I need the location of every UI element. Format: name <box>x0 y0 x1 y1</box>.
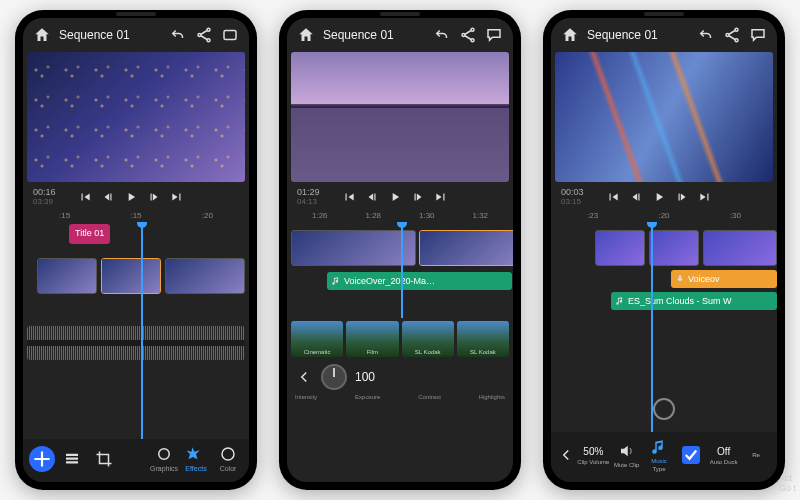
video-preview[interactable] <box>291 52 509 182</box>
auto-duck[interactable]: OffAuto Duck <box>709 446 739 465</box>
skip-start-icon[interactable] <box>78 190 92 204</box>
ruler-tick: 1:28 <box>365 211 381 220</box>
svg-point-14 <box>735 39 738 42</box>
music-note-icon <box>615 296 625 306</box>
back-icon[interactable] <box>557 446 575 464</box>
playhead[interactable] <box>401 222 403 318</box>
step-fwd-icon[interactable] <box>675 190 689 204</box>
more-mix[interactable]: Re <box>741 452 771 458</box>
video-clip[interactable] <box>291 230 416 266</box>
audio-clip-voiceover[interactable]: Voiceov <box>671 270 777 288</box>
preset-thumb[interactable]: Film <box>346 321 398 357</box>
jog-wheel[interactable] <box>653 398 675 420</box>
home-icon[interactable] <box>561 26 579 44</box>
video-clip[interactable] <box>649 230 699 266</box>
top-bar: Sequence 01 <box>551 18 777 52</box>
step-back-icon[interactable] <box>101 190 115 204</box>
param-label[interactable]: Intensity <box>295 394 317 400</box>
preset-thumb[interactable]: Cinematic <box>291 321 343 357</box>
back-icon[interactable] <box>295 368 313 386</box>
skip-end-icon[interactable] <box>698 190 712 204</box>
share-icon[interactable] <box>723 26 741 44</box>
home-icon[interactable] <box>33 26 51 44</box>
transport-controls <box>78 190 184 204</box>
timeline[interactable]: VoiceOver_2020-Ma… <box>287 222 513 318</box>
video-preview[interactable] <box>27 52 245 182</box>
ruler-tick: :15 <box>59 211 70 220</box>
transport-row: 00:16 03:39 <box>23 182 249 209</box>
crop-tab[interactable] <box>89 450 119 468</box>
video-clip-selected[interactable] <box>419 230 513 266</box>
play-icon[interactable] <box>388 190 402 204</box>
home-icon[interactable] <box>297 26 315 44</box>
video-clip[interactable] <box>703 230 777 266</box>
comment-icon[interactable] <box>749 26 767 44</box>
preset-thumb[interactable]: SL Kodak <box>402 321 454 357</box>
step-fwd-icon[interactable] <box>147 190 161 204</box>
audio-clip[interactable]: VoiceOver_2020-Ma… <box>327 272 512 290</box>
video-clip[interactable] <box>37 258 97 294</box>
play-icon[interactable] <box>124 190 138 204</box>
svg-rect-6 <box>66 461 78 463</box>
intensity-value: 100 <box>355 370 375 384</box>
audio-waveform[interactable] <box>27 326 245 360</box>
fullscreen-icon[interactable] <box>221 26 239 44</box>
skip-end-icon[interactable] <box>170 190 184 204</box>
comment-icon[interactable] <box>485 26 503 44</box>
playhead[interactable] <box>651 222 653 432</box>
audio-clip-music[interactable]: ES_Sum Clouds - Sum W <box>611 292 777 310</box>
skip-start-icon[interactable] <box>342 190 356 204</box>
param-label[interactable]: Highlights <box>479 394 505 400</box>
graphics-icon <box>155 445 173 463</box>
mix-label: Mute Clip <box>614 462 639 468</box>
tab-label: Graphics <box>150 465 178 472</box>
graphics-tab[interactable]: Graphics <box>149 445 179 472</box>
audio-clip-label: ES_Sum Clouds - Sum W <box>628 296 732 306</box>
title-clip[interactable]: Title 01 <box>69 224 110 244</box>
video-preview[interactable] <box>555 52 773 182</box>
ruler-tick: :23 <box>587 211 598 220</box>
timeline-ruler[interactable]: :23 :20 :30 <box>551 209 777 222</box>
video-clip-selected[interactable] <box>101 258 161 294</box>
video-clip[interactable] <box>165 258 245 294</box>
sequence-title: Sequence 01 <box>587 28 689 42</box>
undo-icon[interactable] <box>433 26 451 44</box>
step-back-icon[interactable] <box>365 190 379 204</box>
timeline[interactable]: Voiceov ES_Sum Clouds - Sum W <box>551 222 777 432</box>
timeline-ruler[interactable]: :15 :15 :20 <box>23 209 249 222</box>
play-icon[interactable] <box>652 190 666 204</box>
clip-volume[interactable]: 50%Clip Volume <box>577 446 609 465</box>
bottom-bar: Graphics Effects Color <box>23 439 249 482</box>
share-icon[interactable] <box>459 26 477 44</box>
timeline-ruler[interactable]: 1:26 1:28 1:30 1:32 <box>287 209 513 222</box>
mute-clip[interactable]: Mute Clip <box>612 442 642 468</box>
step-fwd-icon[interactable] <box>411 190 425 204</box>
transport-row: 01:29 04:13 <box>287 182 513 209</box>
timecode-duration: 03:15 <box>561 198 584 207</box>
add-button[interactable] <box>29 446 55 472</box>
auto-duck-toggle[interactable] <box>676 446 706 464</box>
sequence-title: Sequence 01 <box>323 28 425 42</box>
undo-icon[interactable] <box>697 26 715 44</box>
color-tab[interactable]: Color <box>213 445 243 472</box>
timeline[interactable]: Title 01 <box>23 222 249 439</box>
intensity-knob[interactable] <box>321 364 347 390</box>
edit-tab[interactable] <box>57 450 87 468</box>
skip-end-icon[interactable] <box>434 190 448 204</box>
phone-device: Sequence 01 00:16 03:39 :15 :15 :20 <box>15 10 257 490</box>
step-back-icon[interactable] <box>629 190 643 204</box>
effects-tab[interactable]: Effects <box>181 445 211 472</box>
clip-volume-value: 50% <box>583 446 603 457</box>
ruler-tick: :30 <box>730 211 741 220</box>
mix-label: Type <box>652 466 665 472</box>
skip-start-icon[interactable] <box>606 190 620 204</box>
title-clip-label: Title 01 <box>75 228 104 238</box>
param-label[interactable]: Contrast <box>418 394 441 400</box>
param-label[interactable]: Exposure <box>355 394 380 400</box>
undo-icon[interactable] <box>169 26 187 44</box>
type-music[interactable]: MusicType <box>644 438 674 472</box>
share-icon[interactable] <box>195 26 213 44</box>
playhead[interactable] <box>141 222 143 439</box>
preset-thumb[interactable]: SL Kodak <box>457 321 509 357</box>
video-clip[interactable] <box>595 230 645 266</box>
